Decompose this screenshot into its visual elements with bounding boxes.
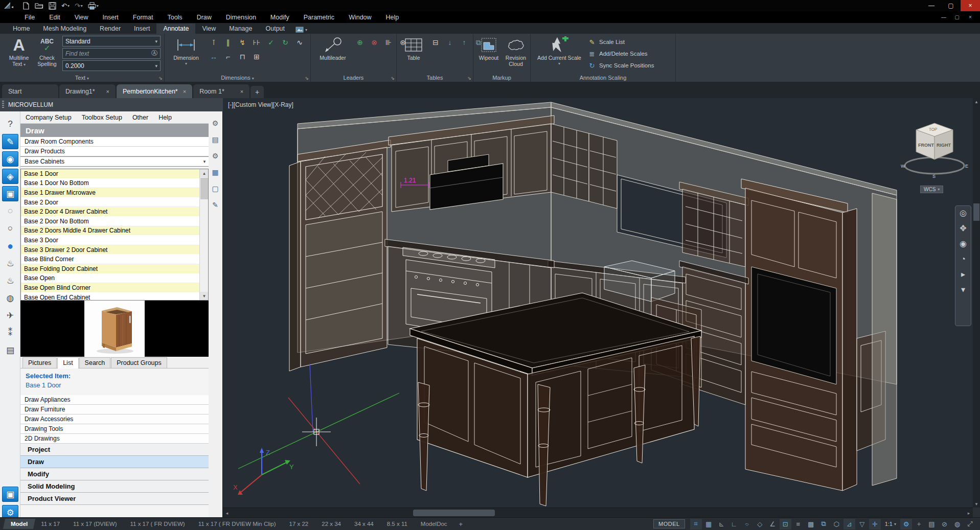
sphere-icon[interactable]: ●	[2, 238, 18, 254]
menu-item[interactable]: Window	[341, 12, 378, 22]
close-button[interactable]: ×	[961, 0, 980, 11]
dimensions-dialog-launcher[interactable]: ⇘	[305, 76, 309, 81]
quick-dim-icon[interactable]: ⊞	[250, 51, 263, 62]
preview-tab[interactable]: Pictures	[22, 357, 57, 368]
ortho-icon[interactable]: ∟	[728, 519, 740, 529]
adjust-space-icon[interactable]: ∥	[222, 37, 234, 48]
data-link-download-icon[interactable]: ↓	[444, 37, 456, 48]
osnap-tracking-icon[interactable]: ∠	[767, 519, 779, 529]
product-list-item[interactable]: Base 2 Doors Middle 4 Drawer Cabinet	[21, 226, 199, 236]
layout-tab[interactable]: 34 x 44	[348, 519, 380, 529]
steering-wheel-icon[interactable]: ◎	[960, 209, 967, 217]
layout-tab[interactable]: 11 x 17	[34, 519, 66, 529]
palette-menu-item[interactable]: Company Setup	[20, 114, 77, 121]
dim-jogline-icon[interactable]: ∿	[293, 37, 306, 48]
extract-data-icon[interactable]: ⊟	[429, 37, 442, 48]
circle-icon[interactable]: ○	[2, 221, 18, 236]
palette-row[interactable]: Draw Room Components	[20, 137, 209, 147]
linear-dim-icon[interactable]: ↔	[208, 51, 220, 62]
category-select[interactable]: Base Cabinets▾	[20, 156, 209, 167]
text-style-select[interactable]: Standard▾	[62, 36, 161, 47]
data-link-upload-icon[interactable]: ↑	[458, 37, 470, 48]
scrollbar-thumb[interactable]	[973, 203, 979, 221]
dim-break-icon[interactable]: ⊺	[208, 37, 220, 48]
annotation-scale-button[interactable]: 1:1▾	[882, 521, 899, 527]
torus-icon[interactable]: ◌	[2, 203, 18, 219]
product-list-item[interactable]: Base Open End Cabinet	[21, 293, 199, 300]
annotation-monitor-icon[interactable]: ＋	[913, 519, 925, 529]
menu-item[interactable]: View	[67, 12, 96, 22]
multileader-button[interactable]: Multileader	[315, 35, 351, 61]
ribbon-tab[interactable]: Insert	[127, 24, 156, 34]
maximize-button[interactable]: ▢	[941, 0, 961, 11]
model-space-button[interactable]: MODEL	[653, 519, 685, 528]
palette-menu-item[interactable]: Other	[127, 114, 153, 121]
lineweight-icon[interactable]: ≡	[792, 519, 804, 529]
product-list-item[interactable]: Base Open	[21, 274, 199, 284]
tables-panel-label[interactable]: Tables	[397, 75, 473, 81]
remove-leader-icon[interactable]: ⊗	[368, 37, 380, 48]
find-text-search-icon[interactable]: Ⓐ	[151, 49, 157, 58]
showmotion-icon[interactable]: ▸	[961, 270, 965, 279]
palette-section[interactable]: Draw	[20, 456, 209, 468]
horizontal-scrollbar[interactable]: ◂ ▸	[223, 508, 973, 517]
palette-section[interactable]: Product Viewer	[20, 493, 209, 505]
check-spelling-button[interactable]: ABC✓ Check Spelling	[34, 35, 60, 67]
orbit-icon[interactable]: ◔	[961, 255, 966, 263]
infer-constraints-icon[interactable]: ⊾	[716, 519, 727, 529]
help-icon[interactable]: ?	[2, 117, 18, 132]
teapot-settings-icon[interactable]: ♨	[2, 273, 18, 288]
project-wizard-icon[interactable]: ▣	[2, 487, 18, 502]
ribbon-tab[interactable]: Annotate	[156, 24, 195, 34]
add-delete-scales-icon[interactable]: ≣Add/Delete Scales	[588, 49, 654, 59]
tables-dialog-launcher[interactable]: ⇘	[467, 76, 471, 81]
redo-button[interactable]: ↷▾	[75, 1, 83, 11]
ribbon-tab[interactable]: Render	[93, 24, 127, 34]
new-layout-button[interactable]: +	[454, 519, 468, 529]
revision-cloud-button[interactable]: Revision Cloud	[503, 35, 529, 67]
osnap-3d-icon[interactable]: ⬡	[831, 519, 842, 529]
palette-row[interactable]: Drawing Tools	[20, 424, 209, 434]
viewcube[interactable]: N E S W TOP FRONT RIGHT	[901, 123, 968, 179]
menu-item[interactable]: Help	[379, 12, 406, 22]
palette-section[interactable]: Modify	[20, 468, 209, 480]
layout-tab[interactable]: 11 x 17 ( FR DVIEW Min Clip)	[192, 519, 283, 529]
palette-options-icon[interactable]: ⚙	[211, 119, 220, 128]
menu-item[interactable]: Parametric	[297, 12, 341, 22]
print-icon[interactable]: ▾	[88, 1, 99, 11]
doc-close-button[interactable]: ×	[964, 13, 977, 22]
camera-view-icon[interactable]: ▣	[2, 186, 18, 201]
selected-item-value[interactable]: Base 1 Door	[26, 382, 209, 389]
menu-item[interactable]: File	[17, 12, 42, 22]
text-height-select[interactable]: 0.2000▾	[62, 60, 161, 71]
nesting-icon[interactable]: ▦	[211, 168, 220, 177]
product-list-item[interactable]: Base 3 Drawer 2 Door Cabinet	[21, 245, 199, 255]
open-folder-icon[interactable]	[35, 1, 43, 11]
leaders-panel-label[interactable]: Leaders	[311, 75, 396, 81]
clean-screen-icon[interactable]: ⤢	[964, 519, 976, 529]
menu-item[interactable]: Draw	[190, 12, 219, 22]
ribbon-tab[interactable]: View	[195, 24, 222, 34]
text-panel-label[interactable]: Text ▾	[0, 75, 164, 81]
undo-button[interactable]: ↶▾	[61, 1, 70, 11]
viewport-controls-label[interactable]: [-][Custom View][X-Ray]	[228, 101, 293, 108]
palette-title-bar[interactable]: MICROVELLUM	[0, 98, 223, 111]
snap-icon[interactable]: ▦	[703, 519, 715, 529]
preview-tab[interactable]: Search	[79, 357, 111, 368]
menu-item[interactable]: Format	[126, 12, 161, 22]
autocad-logo-icon[interactable]	[0, 0, 17, 11]
workspace-icon[interactable]: ⚙	[900, 519, 912, 529]
polar-tracking-icon[interactable]: ⌔	[741, 519, 753, 529]
osnap-icon[interactable]: ⊡	[780, 519, 791, 529]
align-leaders-icon[interactable]: ⊪	[382, 37, 395, 48]
palette-row[interactable]: Draw Accessories	[20, 414, 209, 424]
scroll-right-icon[interactable]: ▸	[965, 508, 973, 518]
pan-icon[interactable]: ✥	[960, 224, 966, 233]
dim-inspect-icon[interactable]: ↯	[236, 37, 248, 48]
preview-tab[interactable]: List	[57, 357, 78, 368]
report-icon[interactable]: ▤	[211, 135, 220, 144]
product-list-item[interactable]: Base 2 Door No Bottom	[21, 217, 199, 226]
text-dialog-launcher[interactable]: ⇘	[158, 76, 163, 81]
palette-menu-item[interactable]: Toolbox Setup	[77, 114, 127, 121]
palette-section[interactable]: Project	[20, 444, 209, 456]
